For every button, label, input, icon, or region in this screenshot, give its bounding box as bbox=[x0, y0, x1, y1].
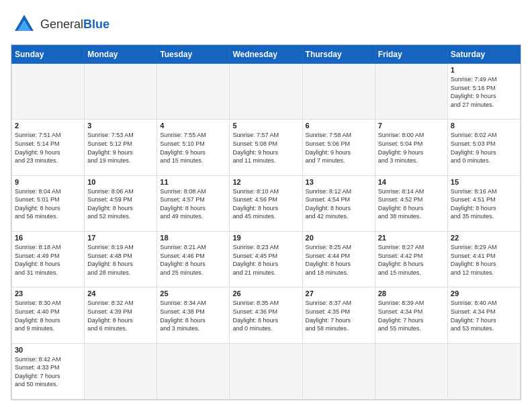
cal-cell bbox=[85, 343, 157, 399]
cell-info: Sunrise: 8:40 AMSunset: 4:34 PMDaylight:… bbox=[451, 299, 517, 332]
cal-cell: 12Sunrise: 8:10 AMSunset: 4:56 PMDayligh… bbox=[230, 175, 302, 231]
day-number: 23 bbox=[15, 289, 81, 298]
cal-cell bbox=[157, 64, 230, 120]
day-number: 13 bbox=[306, 178, 372, 186]
logo-icon bbox=[11, 11, 38, 38]
cell-info: Sunrise: 8:00 AMSunset: 5:04 PMDaylight:… bbox=[378, 131, 445, 165]
cell-info: Sunrise: 7:51 AMSunset: 5:14 PMDaylight:… bbox=[15, 131, 81, 165]
cal-cell: 26Sunrise: 8:35 AMSunset: 4:36 PMDayligh… bbox=[230, 287, 302, 343]
cal-cell: 9Sunrise: 8:04 AMSunset: 5:01 PMDaylight… bbox=[12, 175, 85, 231]
day-number: 16 bbox=[15, 234, 81, 242]
column-header-saturday: Saturday bbox=[447, 46, 520, 64]
day-number: 26 bbox=[232, 289, 299, 298]
cal-cell: 28Sunrise: 8:39 AMSunset: 4:34 PMDayligh… bbox=[375, 287, 447, 343]
calendar-header: SundayMondayTuesdayWednesdayThursdayFrid… bbox=[12, 46, 521, 64]
day-number: 7 bbox=[378, 122, 445, 130]
week-row: 16Sunrise: 8:18 AMSunset: 4:49 PMDayligh… bbox=[12, 231, 521, 287]
cell-info: Sunrise: 8:16 AMSunset: 4:51 PMDaylight:… bbox=[451, 187, 517, 221]
cell-info: Sunrise: 8:32 AMSunset: 4:39 PMDaylight:… bbox=[87, 299, 154, 332]
cal-cell bbox=[230, 64, 302, 120]
cell-info: Sunrise: 8:12 AMSunset: 4:54 PMDaylight:… bbox=[306, 187, 372, 221]
page: GeneralBlue SundayMondayTuesdayWednesday… bbox=[0, 0, 532, 411]
header-row: SundayMondayTuesdayWednesdayThursdayFrid… bbox=[12, 46, 521, 64]
day-number: 9 bbox=[15, 178, 81, 186]
cell-info: Sunrise: 8:35 AMSunset: 4:36 PMDaylight:… bbox=[232, 299, 299, 332]
week-row: 2Sunrise: 7:51 AMSunset: 5:14 PMDaylight… bbox=[12, 120, 521, 175]
cal-cell bbox=[447, 343, 520, 399]
cal-cell: 24Sunrise: 8:32 AMSunset: 4:39 PMDayligh… bbox=[85, 287, 157, 343]
cal-cell bbox=[375, 64, 447, 120]
cell-info: Sunrise: 8:34 AMSunset: 4:38 PMDaylight:… bbox=[160, 299, 226, 332]
cell-info: Sunrise: 8:21 AMSunset: 4:46 PMDaylight:… bbox=[160, 243, 226, 277]
day-number: 30 bbox=[15, 346, 81, 354]
cal-cell: 2Sunrise: 7:51 AMSunset: 5:14 PMDaylight… bbox=[12, 120, 85, 175]
week-row: 9Sunrise: 8:04 AMSunset: 5:01 PMDaylight… bbox=[12, 175, 521, 231]
calendar-table: SundayMondayTuesdayWednesdayThursdayFrid… bbox=[11, 45, 521, 400]
cal-cell: 14Sunrise: 8:14 AMSunset: 4:52 PMDayligh… bbox=[375, 175, 447, 231]
day-number: 25 bbox=[160, 289, 226, 298]
cal-cell: 16Sunrise: 8:18 AMSunset: 4:49 PMDayligh… bbox=[12, 231, 85, 287]
logo-text: GeneralBlue bbox=[40, 17, 109, 32]
column-header-tuesday: Tuesday bbox=[157, 46, 230, 64]
cell-info: Sunrise: 8:39 AMSunset: 4:34 PMDaylight:… bbox=[378, 299, 445, 332]
calendar: SundayMondayTuesdayWednesdayThursdayFrid… bbox=[11, 44, 521, 400]
cal-cell: 18Sunrise: 8:21 AMSunset: 4:46 PMDayligh… bbox=[157, 231, 230, 287]
cell-info: Sunrise: 8:27 AMSunset: 4:42 PMDaylight:… bbox=[378, 243, 445, 277]
cal-cell: 21Sunrise: 8:27 AMSunset: 4:42 PMDayligh… bbox=[375, 231, 447, 287]
day-number: 22 bbox=[451, 234, 517, 242]
cell-info: Sunrise: 8:29 AMSunset: 4:41 PMDaylight:… bbox=[451, 243, 517, 277]
cal-cell: 29Sunrise: 8:40 AMSunset: 4:34 PMDayligh… bbox=[447, 287, 520, 343]
cell-info: Sunrise: 8:06 AMSunset: 4:59 PMDaylight:… bbox=[87, 187, 154, 221]
calendar-body: 1Sunrise: 7:49 AMSunset: 5:16 PMDaylight… bbox=[12, 64, 521, 400]
cal-cell: 22Sunrise: 8:29 AMSunset: 4:41 PMDayligh… bbox=[447, 231, 520, 287]
cal-cell bbox=[12, 64, 85, 120]
cal-cell: 6Sunrise: 7:58 AMSunset: 5:06 PMDaylight… bbox=[302, 120, 375, 175]
cal-cell: 15Sunrise: 8:16 AMSunset: 4:51 PMDayligh… bbox=[447, 175, 520, 231]
cal-cell: 23Sunrise: 8:30 AMSunset: 4:40 PMDayligh… bbox=[12, 287, 85, 343]
day-number: 24 bbox=[87, 289, 154, 298]
cal-cell bbox=[375, 343, 447, 399]
day-number: 10 bbox=[87, 178, 154, 186]
cal-cell bbox=[85, 64, 157, 120]
day-number: 29 bbox=[451, 289, 517, 298]
day-number: 21 bbox=[378, 234, 445, 242]
cell-info: Sunrise: 8:37 AMSunset: 4:35 PMDaylight:… bbox=[306, 299, 372, 332]
logo: GeneralBlue bbox=[11, 11, 109, 38]
cal-cell: 20Sunrise: 8:25 AMSunset: 4:44 PMDayligh… bbox=[302, 231, 375, 287]
cell-info: Sunrise: 7:53 AMSunset: 5:12 PMDaylight:… bbox=[87, 131, 154, 165]
day-number: 15 bbox=[451, 178, 517, 186]
day-number: 17 bbox=[87, 234, 154, 242]
cell-info: Sunrise: 7:49 AMSunset: 5:16 PMDaylight:… bbox=[451, 75, 517, 109]
cal-cell bbox=[230, 343, 302, 399]
day-number: 6 bbox=[306, 122, 372, 130]
cell-info: Sunrise: 8:25 AMSunset: 4:44 PMDaylight:… bbox=[306, 243, 372, 277]
cal-cell bbox=[157, 343, 230, 399]
cal-cell: 7Sunrise: 8:00 AMSunset: 5:04 PMDaylight… bbox=[375, 120, 447, 175]
day-number: 1 bbox=[451, 66, 517, 74]
cal-cell: 8Sunrise: 8:02 AMSunset: 5:03 PMDaylight… bbox=[447, 120, 520, 175]
week-row: 30Sunrise: 8:42 AMSunset: 4:33 PMDayligh… bbox=[12, 343, 521, 399]
cell-info: Sunrise: 7:58 AMSunset: 5:06 PMDaylight:… bbox=[306, 131, 372, 165]
column-header-sunday: Sunday bbox=[12, 46, 85, 64]
cell-info: Sunrise: 8:10 AMSunset: 4:56 PMDaylight:… bbox=[232, 187, 299, 221]
column-header-thursday: Thursday bbox=[302, 46, 375, 64]
cell-info: Sunrise: 7:57 AMSunset: 5:08 PMDaylight:… bbox=[232, 131, 299, 165]
cell-info: Sunrise: 8:08 AMSunset: 4:57 PMDaylight:… bbox=[160, 187, 226, 221]
day-number: 12 bbox=[232, 178, 299, 186]
cal-cell: 17Sunrise: 8:19 AMSunset: 4:48 PMDayligh… bbox=[85, 231, 157, 287]
day-number: 18 bbox=[160, 234, 226, 242]
cal-cell: 25Sunrise: 8:34 AMSunset: 4:38 PMDayligh… bbox=[157, 287, 230, 343]
day-number: 20 bbox=[306, 234, 372, 242]
day-number: 8 bbox=[451, 122, 517, 130]
day-number: 3 bbox=[87, 122, 154, 130]
day-number: 4 bbox=[160, 122, 226, 130]
cal-cell: 1Sunrise: 7:49 AMSunset: 5:16 PMDaylight… bbox=[447, 64, 520, 120]
header: GeneralBlue bbox=[11, 11, 521, 38]
cell-info: Sunrise: 8:02 AMSunset: 5:03 PMDaylight:… bbox=[451, 131, 517, 165]
day-number: 27 bbox=[306, 289, 372, 298]
cal-cell: 27Sunrise: 8:37 AMSunset: 4:35 PMDayligh… bbox=[302, 287, 375, 343]
column-header-friday: Friday bbox=[375, 46, 447, 64]
cal-cell: 3Sunrise: 7:53 AMSunset: 5:12 PMDaylight… bbox=[85, 120, 157, 175]
cell-info: Sunrise: 8:30 AMSunset: 4:40 PMDaylight:… bbox=[15, 299, 81, 332]
cal-cell: 30Sunrise: 8:42 AMSunset: 4:33 PMDayligh… bbox=[12, 343, 85, 399]
